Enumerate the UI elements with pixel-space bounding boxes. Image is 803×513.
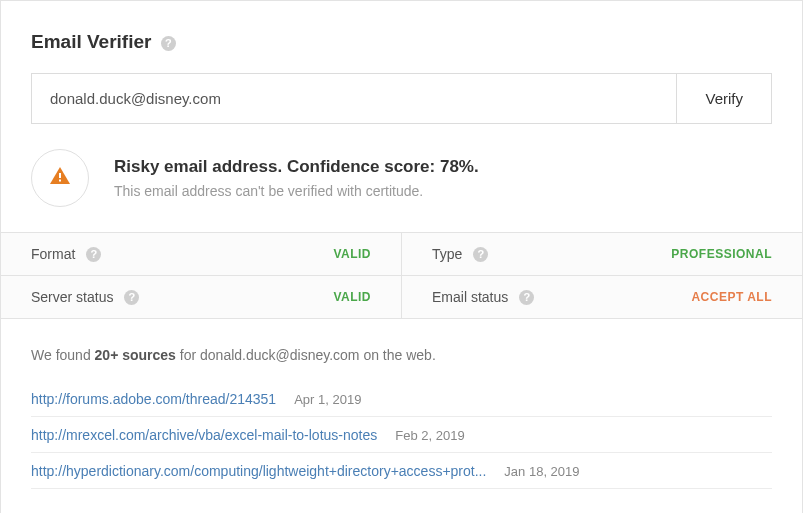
email-input[interactable] xyxy=(32,74,676,123)
verify-button[interactable]: Verify xyxy=(676,74,771,123)
help-icon[interactable]: ? xyxy=(161,36,176,51)
attr-server-label: Server status ? xyxy=(31,289,139,305)
result-section: Risky email address. Confidence score: 7… xyxy=(1,149,802,232)
result-subtext: This email address can't be verified wit… xyxy=(114,183,772,199)
attr-type-label: Type ? xyxy=(432,246,488,262)
svg-rect-0 xyxy=(59,173,61,178)
email-verifier-card: Email Verifier ? Verify Risky email addr… xyxy=(0,0,803,513)
result-heading: Risky email address. Confidence score: 7… xyxy=(114,157,772,177)
attr-server: Server status ? VALID xyxy=(1,276,402,318)
card-header: Email Verifier ? xyxy=(1,1,802,73)
attr-email-status: Email status ? ACCEPT ALL xyxy=(402,276,802,318)
source-item: http://hyperdictionary.com/computing/lig… xyxy=(31,457,772,489)
source-link[interactable]: http://mrexcel.com/archive/vba/excel-mai… xyxy=(31,427,377,443)
source-link[interactable]: http://forums.adobe.com/thread/214351 xyxy=(31,391,276,407)
warning-icon-circle xyxy=(31,149,89,207)
source-link[interactable]: http://hyperdictionary.com/computing/lig… xyxy=(31,463,486,479)
source-date: Apr 1, 2019 xyxy=(294,392,361,407)
help-icon[interactable]: ? xyxy=(86,247,101,262)
attr-format-value: VALID xyxy=(333,247,371,261)
page-title: Email Verifier xyxy=(31,31,151,53)
attr-format: Format ? VALID xyxy=(1,233,402,275)
warning-icon xyxy=(48,164,72,192)
attributes-grid: Format ? VALID Type ? PROFESSIONAL Serve… xyxy=(1,232,802,319)
attr-format-label: Format ? xyxy=(31,246,101,262)
attributes-row: Format ? VALID Type ? PROFESSIONAL xyxy=(1,233,802,276)
attr-email-status-label: Email status ? xyxy=(432,289,534,305)
attributes-row: Server status ? VALID Email status ? ACC… xyxy=(1,276,802,319)
source-date: Jan 18, 2019 xyxy=(504,464,579,479)
help-icon[interactable]: ? xyxy=(124,290,139,305)
attr-type: Type ? PROFESSIONAL xyxy=(402,233,802,275)
source-date: Feb 2, 2019 xyxy=(395,428,464,443)
result-text: Risky email address. Confidence score: 7… xyxy=(114,157,772,199)
help-icon[interactable]: ? xyxy=(473,247,488,262)
source-item: http://mrexcel.com/archive/vba/excel-mai… xyxy=(31,421,772,453)
sources-intro: We found 20+ sources for donald.duck@dis… xyxy=(31,347,772,363)
sources-section: We found 20+ sources for donald.duck@dis… xyxy=(1,319,802,513)
attr-email-status-value: ACCEPT ALL xyxy=(691,290,772,304)
attr-type-value: PROFESSIONAL xyxy=(671,247,772,261)
attr-server-value: VALID xyxy=(333,290,371,304)
svg-rect-1 xyxy=(59,180,61,182)
help-icon[interactable]: ? xyxy=(519,290,534,305)
email-input-row: Verify xyxy=(31,73,772,124)
source-item: http://forums.adobe.com/thread/214351 Ap… xyxy=(31,385,772,417)
